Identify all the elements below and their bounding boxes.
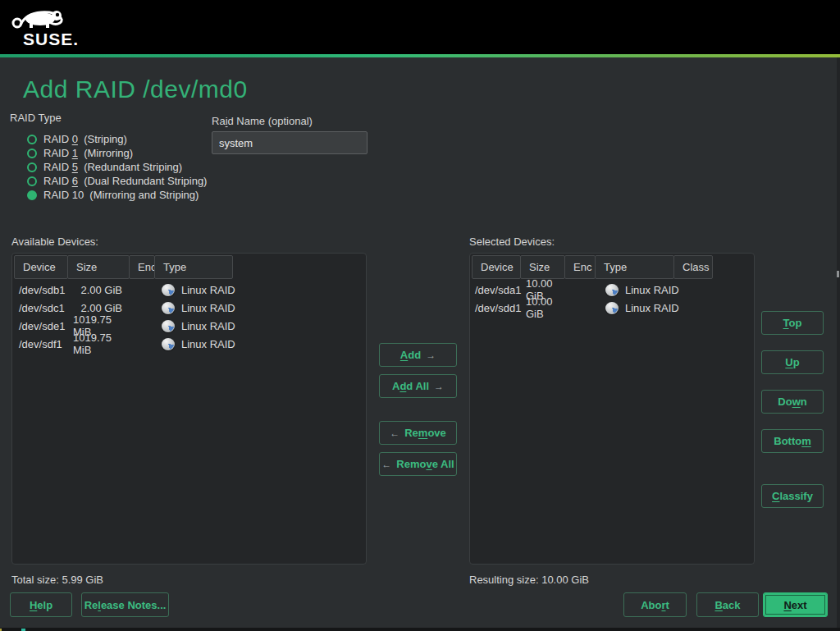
arrow-right-icon: → <box>434 381 444 392</box>
cell-size: 10.00 GiB <box>521 295 566 320</box>
classify-button-label: Classify <box>772 490 813 502</box>
cell-size: 2.00 GiB <box>68 302 130 314</box>
col-size[interactable]: Size <box>67 255 130 279</box>
resulting-size-text: Resulting size: 10.00 GiB <box>469 574 589 586</box>
bottom-edge-strip <box>0 628 840 631</box>
help-button[interactable]: Help <box>10 592 72 617</box>
back-button[interactable]: Back <box>696 592 759 617</box>
remove-all-button[interactable]: ← Remove All <box>379 452 457 476</box>
partition-icon <box>605 284 619 296</box>
down-button-label: Down <box>778 396 806 408</box>
radio-raid6-label: RAID 6 (Dual Redundant Striping) <box>43 175 207 187</box>
radio-circle-icon[interactable] <box>27 149 37 158</box>
top-button-label: Top <box>783 317 802 329</box>
arrow-left-icon: ← <box>390 428 399 439</box>
top-button[interactable]: Top <box>761 311 824 335</box>
partition-icon <box>162 284 175 296</box>
radio-raid5[interactable]: RAID 5 (Redundant Striping) <box>27 160 182 174</box>
radio-raid10[interactable]: RAID 10 (Mirroring and Striping) <box>27 188 199 202</box>
partition-icon <box>162 302 175 314</box>
classify-button[interactable]: Classify <box>761 484 824 508</box>
remove-button[interactable]: ← Remove <box>379 421 457 445</box>
release-notes-button-label: Release Notes... <box>84 599 167 611</box>
radio-raid6[interactable]: RAID 6 (Dual Redundant Striping) <box>27 174 207 188</box>
cell-device: /dev/sda1 <box>472 284 521 296</box>
cell-type: Linux RAID <box>181 338 235 350</box>
remove-all-button-label: Remove All <box>396 458 454 470</box>
available-devices-label: Available Devices: <box>11 235 98 248</box>
cell-size: 1019.75 MiB <box>68 332 130 356</box>
radio-raid5-label: RAID 5 (Redundant Striping) <box>43 161 182 173</box>
installer-window: SUSE. Add RAID /dev/md0 RAID Type RAID 0… <box>0 0 840 631</box>
page-title: Add RAID /dev/md0 <box>23 75 248 103</box>
down-button[interactable]: Down <box>761 390 824 414</box>
radio-circle-icon[interactable] <box>27 176 37 186</box>
col-type[interactable]: Type <box>595 255 674 279</box>
table-row[interactable]: /dev/sdf1 1019.75 MiB Linux RAID <box>14 335 366 353</box>
next-button[interactable]: Next <box>763 592 828 617</box>
up-button[interactable]: Up <box>761 350 824 374</box>
radio-raid0-label: RAID 0 (Striping) <box>43 133 127 145</box>
cell-size: 2.00 GiB <box>68 284 130 296</box>
up-button-label: Up <box>785 356 799 368</box>
abort-button[interactable]: Abort <box>623 592 687 617</box>
radio-circle-selected-icon[interactable] <box>27 190 37 200</box>
selected-table-header: Device Size Enc Type Class <box>472 255 712 279</box>
col-device[interactable]: Device <box>14 255 68 279</box>
accent-gradient-line <box>0 54 840 57</box>
add-button-label: Add <box>400 349 421 361</box>
table-row[interactable]: /dev/sde1 1019.75 MiB Linux RAID <box>14 317 366 335</box>
suse-logo: SUSE. <box>10 5 84 51</box>
partition-icon <box>605 302 619 314</box>
radio-raid1[interactable]: RAID 1 (Mirroring) <box>27 146 133 160</box>
cell-type: Linux RAID <box>181 284 235 296</box>
cell-device: /dev/sdc1 <box>14 302 68 314</box>
bottom-button[interactable]: Bottom <box>761 429 824 453</box>
partition-icon <box>162 338 175 350</box>
arrow-right-icon: → <box>426 350 436 361</box>
available-table-header: Device Size Enc Type <box>14 255 232 279</box>
release-notes-button[interactable]: Release Notes... <box>81 592 169 617</box>
cell-device: /dev/sde1 <box>14 320 68 332</box>
help-button-label: Help <box>30 599 52 611</box>
table-row[interactable]: /dev/sda1 10.00 GiB Linux RAID <box>472 281 754 299</box>
add-all-button-label: Add All <box>392 380 429 392</box>
radio-circle-icon[interactable] <box>27 135 37 144</box>
selected-devices-table[interactable]: Device Size Enc Type Class /dev/sda1 10.… <box>469 253 755 565</box>
col-device[interactable]: Device <box>472 255 521 279</box>
right-edge-strip <box>837 57 840 628</box>
col-enc[interactable]: Enc <box>129 255 155 279</box>
radio-raid1-label: RAID 1 (Mirroring) <box>43 147 133 159</box>
radio-raid0[interactable]: RAID 0 (Striping) <box>27 132 127 146</box>
arrow-left-icon: ← <box>381 459 391 470</box>
partition-icon <box>162 320 175 332</box>
radio-circle-icon[interactable] <box>27 162 37 172</box>
cell-type: Linux RAID <box>181 302 235 314</box>
abort-button-label: Abort <box>641 599 669 611</box>
available-devices-table[interactable]: Device Size Enc Type /dev/sdb1 2.00 GiB … <box>11 253 367 565</box>
raid-type-label: RAID Type <box>10 112 62 124</box>
scrollbar-tick[interactable] <box>837 271 839 277</box>
cell-device: /dev/sdb1 <box>14 284 68 296</box>
cell-type: Linux RAID <box>181 320 235 332</box>
remove-button-label: Remove <box>404 427 446 439</box>
add-button[interactable]: Add → <box>379 343 457 367</box>
table-row[interactable]: /dev/sdd1 10.00 GiB Linux RAID <box>472 299 754 317</box>
col-class[interactable]: Class <box>673 255 713 279</box>
table-row[interactable]: /dev/sdb1 2.00 GiB Linux RAID <box>14 281 366 299</box>
raid-name-input[interactable] <box>212 131 368 154</box>
col-size[interactable]: Size <box>520 255 565 279</box>
col-enc[interactable]: Enc <box>564 255 596 279</box>
cell-device: /dev/sdd1 <box>472 302 521 314</box>
total-size-text: Total size: 5.99 GiB <box>11 574 103 586</box>
selected-devices-label: Selected Devices: <box>469 235 555 248</box>
col-type[interactable]: Type <box>154 255 233 279</box>
back-button-label: Back <box>714 599 740 611</box>
table-row[interactable]: /dev/sdc1 2.00 GiB Linux RAID <box>14 299 366 317</box>
cell-device: /dev/sdf1 <box>14 338 68 350</box>
cell-type: Linux RAID <box>625 284 679 296</box>
radio-raid10-label: RAID 10 (Mirroring and Striping) <box>43 189 199 201</box>
brand-text: SUSE. <box>23 30 79 49</box>
bottom-button-label: Bottom <box>774 435 811 447</box>
add-all-button[interactable]: Add All → <box>379 374 457 398</box>
